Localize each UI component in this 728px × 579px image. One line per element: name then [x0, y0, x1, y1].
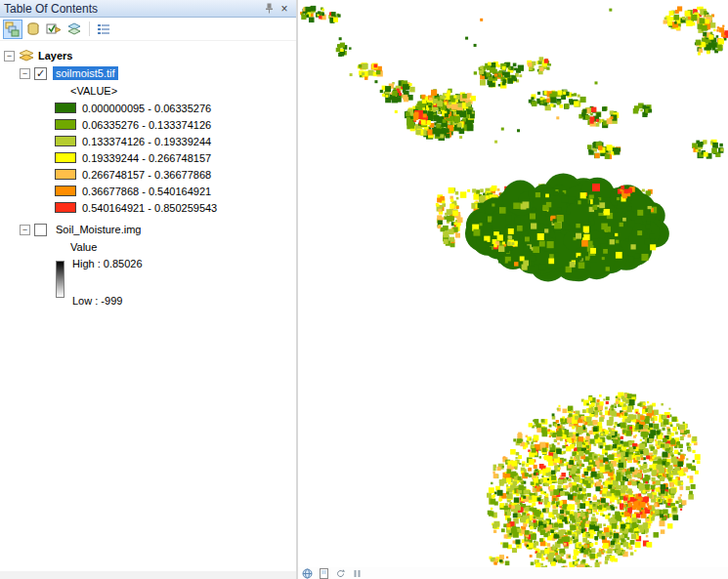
layer-row-soil-moisture-img[interactable]: − Soil_Moisture.img	[0, 221, 296, 238]
stretched-legend: High : 0.85026 Low : -999	[0, 258, 296, 307]
options-button[interactable]	[94, 20, 113, 39]
legend-label: 0.06335276 - 0.133374126	[82, 119, 211, 131]
list-by-drawing-order-button[interactable]	[3, 20, 22, 39]
toc-toolbar	[0, 18, 296, 41]
layout-view-icon[interactable]	[318, 567, 330, 579]
panel-bottom-strip	[0, 571, 296, 579]
soilmoisture-img-checkbox[interactable]	[34, 224, 47, 236]
data-view-icon[interactable]	[301, 567, 314, 579]
legend-swatch[interactable]	[55, 103, 76, 113]
pin-icon[interactable]	[261, 1, 277, 16]
toc-tree: − Layers − ✓ soilmoist5.tif <VALUE> 0.00…	[0, 41, 296, 307]
high-label: High : 0.85026	[72, 258, 143, 269]
legend-label: 0.133374126 - 0.19339244	[82, 136, 211, 147]
pause-icon[interactable]	[351, 567, 364, 579]
value-header-row: <VALUE>	[0, 82, 296, 100]
legend-swatch[interactable]	[55, 136, 76, 146]
layers-group-row[interactable]: − Layers	[0, 47, 296, 64]
soilmoisture-img-expander[interactable]: −	[20, 225, 30, 235]
legend-swatch[interactable]	[55, 152, 76, 163]
legend-label: 0.540164921 - 0.850259543	[82, 202, 217, 214]
panel-title: Table Of Contents	[4, 2, 261, 16]
legend-label: 0.000000095 - 0.06335276	[82, 103, 211, 114]
legend-label: 0.36677868 - 0.540164921	[82, 186, 211, 197]
legend-swatch[interactable]	[55, 169, 76, 180]
value-label: Value	[70, 241, 97, 253]
legend-list: 0.000000095 - 0.063352760.06335276 - 0.1…	[0, 100, 296, 216]
value-header: <VALUE>	[70, 85, 117, 97]
map-bottombar	[298, 567, 728, 579]
map-canvas[interactable]	[298, 0, 728, 567]
list-by-selection-button[interactable]	[64, 20, 84, 39]
layer-name-soil-moisture-img[interactable]: Soil_Moisture.img	[53, 223, 144, 236]
legend-swatch[interactable]	[55, 186, 76, 196]
table-of-contents-window: Table Of Contents ×	[0, 0, 728, 579]
list-by-visibility-button[interactable]	[44, 20, 64, 39]
soilmoist-checkbox[interactable]: ✓	[34, 67, 47, 80]
layer-row-soilmoist5[interactable]: − ✓ soilmoist5.tif	[0, 64, 296, 82]
color-ramp	[56, 261, 64, 298]
legend-swatch[interactable]	[55, 119, 76, 130]
toolbar-separator	[89, 21, 90, 36]
low-label: Low : -999	[72, 295, 143, 307]
close-icon[interactable]: ×	[277, 1, 292, 16]
map-view[interactable]	[298, 0, 728, 579]
layer-name-soilmoist5[interactable]: soilmoist5.tif	[53, 66, 118, 80]
legend-label: 0.266748157 - 0.36677868	[82, 169, 211, 181]
refresh-icon[interactable]	[334, 567, 347, 579]
layers-group-label[interactable]: Layers	[38, 50, 72, 62]
value-label-row: Value	[0, 238, 296, 256]
layers-expander[interactable]: −	[4, 51, 15, 62]
legend-item: 0.06335276 - 0.133374126	[0, 116, 296, 133]
soilmoist-expander[interactable]: −	[20, 68, 30, 79]
list-by-source-button[interactable]	[23, 20, 43, 39]
legend-item: 0.36677868 - 0.540164921	[0, 183, 296, 199]
legend-label: 0.19339244 - 0.266748157	[82, 152, 211, 164]
legend-item: 0.540164921 - 0.850259543	[0, 199, 296, 216]
legend-item: 0.266748157 - 0.36677868	[0, 166, 296, 183]
legend-item: 0.133374126 - 0.19339244	[0, 133, 296, 149]
legend-swatch[interactable]	[55, 202, 76, 213]
layers-icon	[19, 50, 34, 62]
legend-item: 0.000000095 - 0.06335276	[0, 100, 296, 116]
toc-panel: Table Of Contents ×	[0, 0, 296, 579]
toc-titlebar[interactable]: Table Of Contents ×	[0, 0, 296, 18]
legend-item: 0.19339244 - 0.266748157	[0, 149, 296, 166]
